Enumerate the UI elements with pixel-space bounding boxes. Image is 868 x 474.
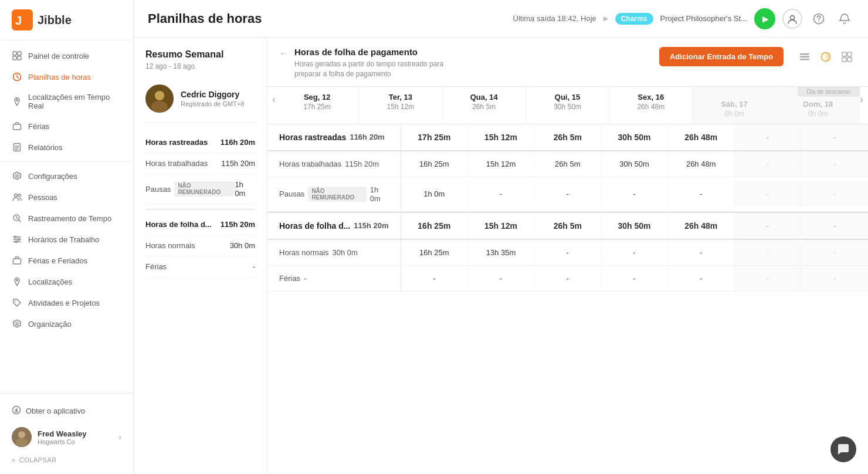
data-row-5: Férias - - - - - - - - — [267, 266, 868, 292]
sidebar-item-settings[interactable]: Configurações — [0, 165, 133, 187]
cell-0-6: - — [801, 124, 868, 150]
sidebar-item-work-schedules[interactable]: Horários de Trabalho — [0, 229, 133, 250]
chat-widget-button[interactable] — [830, 436, 856, 462]
day-col-1: Ter, 13 15h 12m — [359, 87, 442, 124]
user-org: Hogwarts Co — [38, 438, 113, 445]
day-col-0: Seg, 12 17h 25m — [276, 87, 359, 124]
svg-point-7 — [16, 99, 18, 101]
org-settings-icon — [12, 319, 22, 329]
data-row-4: Horas normais 30h 0m 16h 25m 13h 35m - -… — [267, 240, 868, 266]
payroll-subtitle: Horas geradas a partir do tempo rastread… — [294, 59, 470, 79]
sidebar-item-timesheets-label: Planilhas de horas — [28, 73, 91, 82]
logo-container: J Jibble — [0, 0, 133, 40]
day-hours-5: 0h 0m — [697, 110, 771, 118]
cell-2-4: - — [668, 181, 735, 206]
play-button[interactable] — [754, 8, 775, 29]
collapse-button[interactable]: « COLAPSAR — [12, 453, 121, 467]
content-area: Resumo Semanal 12 ago - 18 ago Cedric Di… — [134, 38, 868, 474]
stat-value-payroll: 115h 20m — [221, 220, 255, 229]
header-right: Última saída 18:42, Hoje ▶ Charms Projec… — [513, 8, 855, 29]
collapse-arrows-icon: « — [12, 456, 16, 463]
back-arrow-button[interactable]: ← — [279, 48, 289, 59]
sidebar-item-leaves-holidays[interactable]: Férias e Feriados — [0, 250, 133, 271]
day-col-3: Qui, 15 30h 50m — [526, 87, 609, 124]
page-title: Planilhas de horas — [148, 11, 262, 26]
settings-icon-1 — [12, 171, 22, 181]
cell-0-2: 26h 5m — [534, 124, 601, 150]
data-section: Horas rastreadas 116h 20m 17h 25m 15h 12… — [267, 124, 868, 292]
add-time-button[interactable]: Adicionar Entrada de Tempo — [659, 47, 784, 66]
file-text-icon — [12, 142, 22, 153]
svg-rect-33 — [800, 59, 809, 60]
jibble-logo-icon: J — [12, 9, 33, 31]
location-pin-icon — [12, 276, 22, 287]
user-profile-button[interactable]: Fred Weasley Hogwarts Co › — [12, 421, 121, 453]
help-button[interactable] — [809, 9, 828, 28]
row-label-3: Horas de folha d... 115h 20m — [267, 213, 401, 239]
sidebar-item-organization[interactable]: Organização — [0, 313, 133, 334]
sidebar-item-time-tracking[interactable]: Rastreamento de Tempo — [0, 208, 133, 229]
time-grid: ← Horas de folha de pagamento Horas gera… — [267, 38, 868, 474]
stats-section-divider — [145, 209, 255, 209]
next-week-button[interactable]: › — [860, 93, 863, 105]
get-app-button[interactable]: Obter o aplicativo — [12, 401, 121, 421]
sidebar-navigation: Painel de controle Planilhas de horas Lo… — [0, 40, 133, 393]
play-indicator: ▶ — [603, 15, 608, 22]
cell-4-3: - — [601, 240, 668, 265]
notifications-button[interactable] — [835, 9, 854, 28]
download-icon — [12, 405, 21, 417]
rest-day-badge: Dia de descanso — [798, 87, 860, 97]
payroll-info: Horas de folha de pagamento Horas gerada… — [294, 47, 470, 79]
sidebar-item-locations[interactable]: Localizações — [0, 271, 133, 292]
sliders-icon — [12, 234, 22, 245]
svg-point-12 — [18, 194, 21, 197]
cell-0-1: 15h 12m — [468, 124, 535, 150]
tag-icon — [12, 297, 22, 308]
stat-value-breaks: 1h 0m — [235, 180, 255, 198]
row-label-1: Horas trabalhadas 115h 20m — [267, 151, 401, 177]
svg-point-24 — [16, 438, 28, 446]
user-info: Fred Weasley Hogwarts Co — [38, 429, 113, 445]
briefcase-icon — [12, 121, 22, 131]
sidebar-item-timesheets[interactable]: Planilhas de horas — [0, 66, 133, 87]
cell-0-3: 30h 50m — [601, 124, 668, 150]
stat-label-breaks: Pausas NÃO REMUNERADO — [145, 181, 235, 197]
sidebar-footer: Obter o aplicativo Fred Weasley Hogwarts… — [0, 393, 133, 474]
chart-view-button[interactable] — [816, 48, 835, 66]
sidebar-item-locations-realtime[interactable]: Localizações em Tempo Real — [0, 87, 133, 116]
cell-4-6: - — [801, 240, 868, 265]
weekly-title: Resumo Semanal — [145, 49, 255, 60]
account-button[interactable] — [782, 9, 802, 29]
grid-view-button[interactable] — [838, 48, 856, 66]
data-row-3: Horas de folha d... 115h 20m 16h 25m 15h… — [267, 212, 868, 240]
svg-rect-5 — [18, 56, 21, 60]
cell-3-2: 26h 5m — [534, 213, 601, 239]
grid-header-right: Adicionar Entrada de Tempo — [659, 47, 856, 66]
cell-5-0: - — [401, 266, 468, 291]
stat-value-tracked: 116h 20m — [221, 138, 255, 147]
sidebar-item-reports[interactable]: Relatórios — [0, 137, 133, 158]
sidebar-item-settings-label: Configurações — [28, 172, 77, 181]
sidebar-item-activities-label: Atividades e Projetos — [28, 299, 100, 307]
sidebar-item-time-tracking-label: Rastreamento de Tempo — [28, 214, 111, 223]
svg-point-19 — [15, 301, 16, 302]
cell-0-4: 26h 48m — [668, 124, 735, 150]
sidebar-item-dashboard[interactable]: Painel de controle — [0, 45, 133, 66]
svg-point-10 — [16, 175, 18, 177]
list-view-button[interactable] — [795, 48, 814, 66]
stat-normal-hours: Horas normais 30h 0m — [145, 235, 255, 256]
stat-value-normal: 30h 0m — [230, 241, 255, 250]
data-row-1: Horas trabalhadas 115h 20m 16h 25m 15h 1… — [267, 151, 868, 177]
cell-3-3: 30h 50m — [601, 213, 668, 239]
leaves-icon — [12, 255, 22, 266]
sidebar-item-leaves[interactable]: Férias — [0, 116, 133, 137]
prev-week-button[interactable]: ‹ — [272, 93, 276, 105]
cell-4-5: - — [735, 240, 802, 265]
nav-divider-1 — [0, 161, 133, 162]
day-hours-6: 0h 0m — [781, 110, 855, 118]
svg-rect-17 — [13, 259, 21, 264]
stats-section: Horas rastreadas 116h 20m Horas trabalha… — [145, 132, 255, 277]
sidebar-item-people[interactable]: Pessoas — [0, 187, 133, 208]
grid-icon — [12, 50, 22, 61]
sidebar-item-activities[interactable]: Atividades e Projetos — [0, 292, 133, 313]
